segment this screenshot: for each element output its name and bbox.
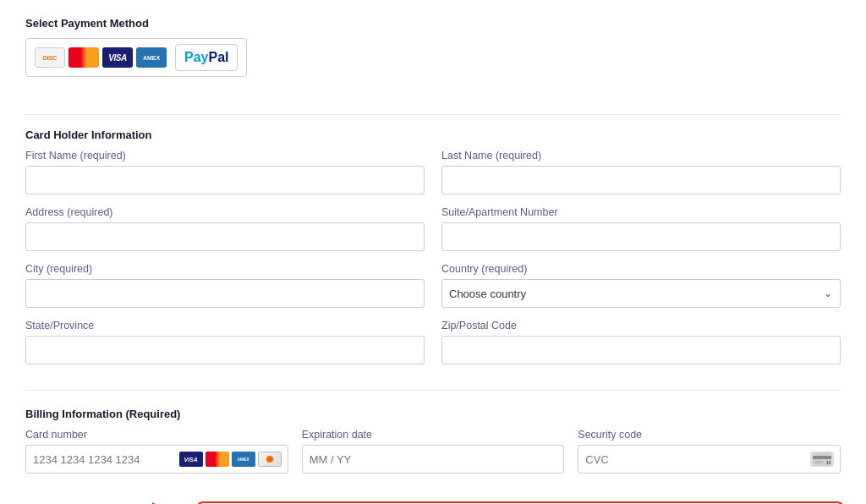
suite-label: Suite/Apartment Number <box>441 206 841 218</box>
card-number-label: Card number <box>25 429 288 441</box>
payment-method-section: Select Payment Method DISC VISA AMEX Pay… <box>25 17 841 97</box>
state-label: State/Province <box>25 320 425 331</box>
billing-title: Billing Information (Required) <box>25 408 841 420</box>
state-input[interactable] <box>25 336 425 364</box>
last-name-input[interactable] <box>441 166 841 194</box>
billing-form-grid: Card number VISA AMEX Expiration date <box>25 429 841 485</box>
discover-icon[interactable]: DISC <box>35 47 65 68</box>
billing-section: Billing Information (Required) Card numb… <box>25 408 841 504</box>
state-group: State/Province <box>25 320 425 364</box>
card-number-wrapper: VISA AMEX <box>25 445 288 474</box>
first-name-group: First Name (required) <box>25 150 425 194</box>
divider <box>25 114 841 115</box>
expiration-label: Expiration date <box>302 429 565 441</box>
address-input[interactable] <box>25 222 425 251</box>
amex-icon[interactable]: AMEX <box>136 47 167 68</box>
security-code-input[interactable] <box>578 445 841 474</box>
card-holder-form-grid: First Name (required) Last Name (require… <box>25 150 841 376</box>
card-number-group: Card number VISA AMEX <box>25 429 288 474</box>
security-code-group: Security code 10 <box>578 429 841 474</box>
svg-rect-2 <box>814 461 823 463</box>
card-holder-title: Card Holder Information <box>25 129 841 141</box>
expiration-input[interactable] <box>302 445 565 474</box>
city-label: City (required) <box>25 263 425 275</box>
paypal-button[interactable]: PayPal <box>175 44 238 71</box>
zip-label: Zip/Postal Code <box>441 320 841 331</box>
last-name-label: Last Name (required) <box>441 150 841 162</box>
country-select-wrapper: Choose country United States Canada Unit… <box>441 279 841 308</box>
country-group: Country (required) Choose country United… <box>441 263 841 308</box>
suite-input[interactable] <box>441 222 841 251</box>
divider-2 <box>25 390 841 391</box>
paypal-icon: PayPal <box>184 50 228 65</box>
city-group: City (required) <box>25 263 425 308</box>
country-select[interactable]: Choose country United States Canada Unit… <box>441 279 841 308</box>
expiration-group: Expiration date <box>302 429 565 474</box>
address-label: Address (required) <box>25 206 425 218</box>
zip-group: Zip/Postal Code <box>441 320 841 364</box>
suite-group: Suite/Apartment Number <box>441 206 841 251</box>
address-group: Address (required) <box>25 206 425 251</box>
first-name-label: First Name (required) <box>25 150 425 162</box>
mini-discover-icon <box>258 452 282 467</box>
mini-mc-icon <box>206 452 229 467</box>
card-icons-inline: VISA AMEX <box>179 452 282 467</box>
last-name-group: Last Name (required) <box>441 150 841 194</box>
page-wrapper: Select Payment Method DISC VISA AMEX Pay… <box>0 0 866 504</box>
cvc-card-icon: 10 <box>810 452 834 467</box>
security-code-label: Security code <box>578 429 841 441</box>
city-input[interactable] <box>25 279 425 308</box>
mastercard-icon[interactable] <box>69 47 99 68</box>
mini-amex-icon: AMEX <box>232 452 255 467</box>
zip-input[interactable] <box>441 336 841 364</box>
country-label: Country (required) <box>441 263 841 275</box>
svg-text:10: 10 <box>826 460 831 465</box>
payment-methods-container: DISC VISA AMEX PayPal <box>25 38 247 77</box>
payment-method-title: Select Payment Method <box>25 17 841 30</box>
first-name-input[interactable] <box>25 166 425 194</box>
svg-rect-1 <box>813 456 831 459</box>
visa-icon[interactable]: VISA <box>102 47 133 68</box>
card-holder-section: Card Holder Information First Name (requ… <box>25 129 841 376</box>
cvc-card-svg: 10 <box>813 452 831 466</box>
cvc-wrapper: 10 <box>578 445 841 474</box>
mini-visa-icon: VISA <box>179 452 203 467</box>
